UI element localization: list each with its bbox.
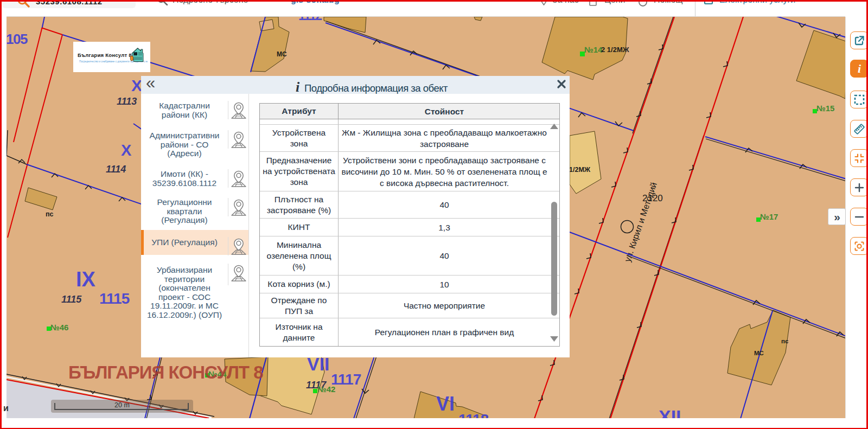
svg-text:№42: №42 xyxy=(317,385,335,394)
svg-text:№17: №17 xyxy=(760,212,778,221)
svg-text:1114: 1114 xyxy=(106,164,126,175)
svg-text:VI: VI xyxy=(436,393,455,415)
svg-text:пс: пс xyxy=(46,210,54,218)
svg-text:1112: 1112 xyxy=(298,17,322,23)
svg-text:№15: №15 xyxy=(816,104,834,113)
svg-text:1115: 1115 xyxy=(61,294,82,305)
svg-text:МС: МС xyxy=(277,50,287,58)
svg-text:№46: №46 xyxy=(50,323,68,332)
svg-text:XII: XII xyxy=(659,406,681,418)
svg-text:105: 105 xyxy=(7,31,28,47)
svg-text:1113: 1113 xyxy=(117,96,137,107)
svg-text:№14: №14 xyxy=(584,45,603,54)
svg-text:X: X xyxy=(121,142,132,159)
svg-text:ул. Кирил и Методий: ул. Кирил и Методий xyxy=(623,181,659,263)
svg-text:МС: МС xyxy=(754,350,764,356)
svg-text:2 1/2МЖ: 2 1/2МЖ xyxy=(601,46,629,54)
svg-text:1115: 1115 xyxy=(99,290,130,307)
svg-text:пс: пс xyxy=(781,338,789,344)
svg-text:X: X xyxy=(131,76,142,94)
svg-text:IX: IX xyxy=(76,268,96,291)
svg-text:1/2МЖ: 1/2МЖ xyxy=(569,166,591,174)
svg-text:1118: 1118 xyxy=(458,411,489,418)
